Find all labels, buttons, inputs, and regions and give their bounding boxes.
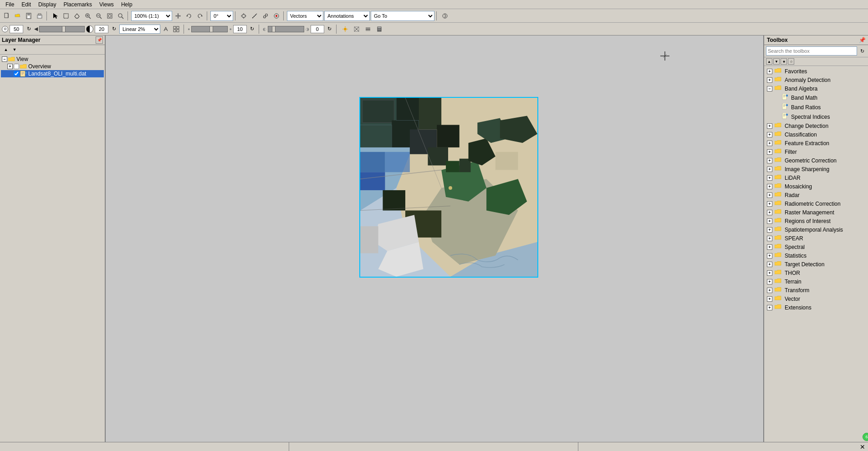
brightness2-refresh[interactable]: ↻ xyxy=(248,25,256,33)
sun-btn[interactable] xyxy=(340,24,350,34)
menu-display[interactable]: Display xyxy=(35,1,60,8)
contrast-val[interactable] xyxy=(95,25,108,33)
toolbox-item-16[interactable]: +Raster Management xyxy=(765,208,867,217)
toolbox-down-btn[interactable]: ▼ xyxy=(773,58,780,65)
toolbox-item-27[interactable]: +Extensions xyxy=(765,303,867,312)
zoom-region-btn[interactable] xyxy=(116,11,126,21)
view-expand-icon[interactable]: − xyxy=(2,56,7,62)
pan-btn[interactable] xyxy=(173,11,183,21)
new-btn[interactable] xyxy=(2,11,12,21)
expand-icon-10[interactable]: + xyxy=(767,158,772,163)
toolbox-item-8[interactable]: +Feature Extraction xyxy=(765,139,867,147)
toolbox-item-23[interactable]: +THOR xyxy=(765,269,867,277)
menu-placemarks[interactable]: Placemarks xyxy=(60,1,96,8)
expand-icon-16[interactable]: + xyxy=(767,210,772,215)
toolbox-item-11[interactable]: +Image Sharpening xyxy=(765,165,867,173)
expand-icon-17[interactable]: + xyxy=(767,218,772,224)
toolbox-unstar-btn[interactable]: ☆ xyxy=(788,58,794,65)
toolbox-item-19[interactable]: +SPEAR xyxy=(765,234,867,243)
menu-views[interactable]: Views xyxy=(96,1,117,8)
toolbox-item-7[interactable]: +Classification xyxy=(765,130,867,139)
record-btn[interactable] xyxy=(271,11,281,21)
toolbox-item-24[interactable]: +Terrain xyxy=(765,277,867,286)
overview-checkbox[interactable] xyxy=(14,64,19,69)
polygon-btn[interactable] xyxy=(72,11,82,21)
gamma-val[interactable] xyxy=(311,25,324,33)
tree-view-row[interactable]: − View xyxy=(1,56,104,63)
toolbox-item-6[interactable]: +Change Detection xyxy=(765,122,867,130)
toolbox-item-13[interactable]: +Mosaicking xyxy=(765,182,867,191)
brightness2-val[interactable] xyxy=(233,25,247,33)
landsat-checkbox[interactable] xyxy=(14,71,19,76)
cursor-btn[interactable] xyxy=(50,11,60,21)
toolbox-pin-btn[interactable]: 📌 xyxy=(859,37,865,43)
expand-icon-23[interactable]: + xyxy=(767,270,772,276)
toolbox-item-20[interactable]: +Spectral xyxy=(765,243,867,251)
toolbox-star-btn[interactable]: ★ xyxy=(781,58,787,65)
toolbox-item-3[interactable]: Band Math xyxy=(765,93,867,102)
toolbox-item-1[interactable]: +Anomaly Detection xyxy=(765,76,867,84)
overview-expand-icon[interactable]: + xyxy=(7,64,13,69)
toolbox-search-input[interactable] xyxy=(766,46,857,56)
brightness-slider[interactable] xyxy=(39,26,85,32)
measure-btn[interactable] xyxy=(250,11,260,21)
rotate-btn2[interactable] xyxy=(195,11,205,21)
select-btn[interactable] xyxy=(61,11,71,21)
sharpen-btn[interactable] xyxy=(352,24,362,34)
toolbox-item-26[interactable]: +Vector xyxy=(765,294,867,303)
expand-icon-25[interactable]: + xyxy=(767,288,772,293)
apply-stretch-btn[interactable] xyxy=(162,25,170,33)
tree-overview-row[interactable]: + Overview xyxy=(1,63,104,70)
menu-file[interactable]: File xyxy=(2,1,18,8)
save-btn[interactable] xyxy=(24,11,34,21)
apply-all-btn[interactable] xyxy=(171,24,181,34)
stack-btn[interactable] xyxy=(374,24,384,34)
layer-up-btn[interactable]: ▲ xyxy=(2,46,10,53)
brightness-val[interactable] xyxy=(10,25,23,33)
expand-icon-24[interactable]: + xyxy=(767,279,772,284)
menu-help[interactable]: Help xyxy=(117,1,136,8)
toolbox-item-17[interactable]: +Regions of Interest xyxy=(765,217,867,225)
toolbox-item-22[interactable]: +Target Detection xyxy=(765,260,867,269)
tree-landsat-row[interactable]: Landsat8_OLI_multi.dat xyxy=(1,70,104,77)
contrast-refresh[interactable]: ↻ xyxy=(110,25,118,33)
toolbox-item-21[interactable]: +Statistics xyxy=(765,251,867,260)
zoom-in-btn[interactable] xyxy=(83,11,93,21)
flatten-btn[interactable] xyxy=(363,24,373,34)
toolbox-item-0[interactable]: +Favorites xyxy=(765,67,867,76)
gamma-refresh[interactable]: ↻ xyxy=(326,25,334,33)
expand-icon-7[interactable]: + xyxy=(767,132,772,137)
print-btn[interactable] xyxy=(35,11,45,21)
zoom-out-btn[interactable] xyxy=(94,11,104,21)
toolbox-item-15[interactable]: +Radiometric Correction xyxy=(765,199,867,208)
expand-icon-19[interactable]: + xyxy=(767,236,772,241)
vectors-select[interactable]: Vectors xyxy=(287,11,323,21)
zoom-select[interactable]: 100% (1:1) xyxy=(131,11,172,21)
layer-down-btn[interactable]: ▼ xyxy=(10,46,19,53)
toolbox-item-5[interactable]: Spectral Indices xyxy=(765,112,867,122)
rotation-select[interactable]: 0° xyxy=(210,11,233,21)
toolbox-up-btn[interactable]: ▲ xyxy=(766,58,772,65)
expand-icon-18[interactable]: + xyxy=(767,227,772,233)
linear-select[interactable]: Linear 2% xyxy=(119,25,160,34)
extra-btn[interactable] xyxy=(440,11,450,21)
expand-icon-2[interactable]: − xyxy=(767,86,772,91)
expand-icon-12[interactable]: + xyxy=(767,175,772,181)
goto-select[interactable]: Go To xyxy=(371,11,434,21)
toolbox-item-14[interactable]: +Radar xyxy=(765,191,867,199)
toolbox-search-refresh[interactable]: ↻ xyxy=(858,47,866,55)
brightness2-slider[interactable] xyxy=(191,26,228,32)
expand-icon-21[interactable]: + xyxy=(767,253,772,258)
expand-icon-13[interactable]: + xyxy=(767,184,772,189)
expand-icon-27[interactable]: + xyxy=(767,305,772,310)
link-btn[interactable] xyxy=(260,11,271,21)
expand-icon-6[interactable]: + xyxy=(767,123,772,129)
zoom-fit-btn[interactable] xyxy=(105,11,115,21)
toolbox-item-4[interactable]: Band Ratios xyxy=(765,102,867,112)
expand-icon-0[interactable]: + xyxy=(767,69,772,74)
menu-edit[interactable]: Edit xyxy=(18,1,35,8)
expand-icon-26[interactable]: + xyxy=(767,296,772,302)
expand-icon-11[interactable]: + xyxy=(767,167,772,172)
toolbox-item-18[interactable]: +Spatiotemporal Analysis xyxy=(765,225,867,234)
open-btn[interactable] xyxy=(13,11,23,21)
